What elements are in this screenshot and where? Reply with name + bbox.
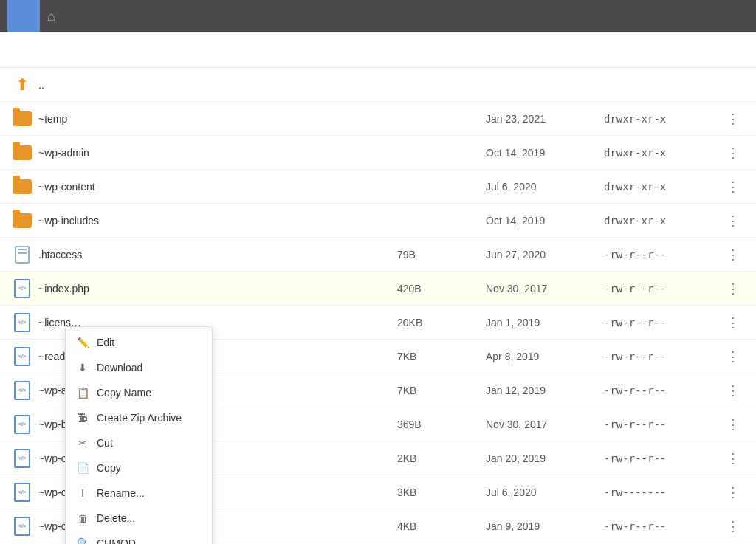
file-permissions: drwxr-xr-x	[604, 215, 722, 227]
table-row[interactable]: ⬆ ..	[0, 68, 756, 102]
file-size: 79B	[397, 249, 486, 261]
context-menu-item-rename[interactable]: I Rename...	[66, 481, 212, 506]
file-menu-button[interactable]: ⋮	[722, 247, 744, 263]
file-permissions: -rw-r--r--	[604, 351, 722, 362]
chmod-icon: 🔍	[76, 537, 89, 544]
file-changed: Nov 30, 2017	[486, 283, 604, 295]
php-file-icon: </>	[12, 380, 32, 401]
file-menu-button[interactable]: ⋮	[722, 518, 744, 534]
file-menu-button[interactable]: ⋮	[722, 348, 744, 365]
file-permissions: -rw-r--r--	[604, 452, 722, 464]
file-permissions: -rw-r--r--	[604, 283, 722, 295]
create-zip-icon: 🗜	[76, 411, 89, 424]
file-menu-button[interactable]: ⋮	[722, 416, 744, 433]
table-header	[0, 32, 756, 68]
file-name: ..	[38, 79, 397, 91]
file-permissions: drwxr-xr-x	[604, 181, 722, 193]
file-size: 2KB	[397, 452, 486, 464]
file-name: ~wp-content	[38, 181, 397, 193]
file-size: 7KB	[397, 351, 486, 362]
php-file-icon: </>	[12, 516, 32, 537]
file-size: 7KB	[397, 385, 486, 396]
file-menu-button[interactable]: ⋮	[722, 280, 744, 297]
file-menu-button[interactable]: ⋮	[722, 450, 744, 466]
file-size: 3KB	[397, 486, 486, 498]
php-file-icon: </>	[12, 312, 32, 333]
file-size: 369B	[397, 419, 486, 430]
file-menu-button[interactable]: ⋮	[722, 382, 744, 399]
file-menu-button[interactable]: ⋮	[722, 213, 744, 229]
column-name[interactable]	[12, 44, 397, 56]
file-size: 4KB	[397, 520, 486, 532]
table-row[interactable]: ~temp Jan 23, 2021 drwxr-xr-x ⋮	[0, 102, 756, 136]
folder-icon	[12, 176, 32, 197]
edit-label: Edit	[97, 337, 114, 348]
edit-icon: ✏️	[76, 336, 89, 349]
file-name: .htaccess	[38, 249, 397, 261]
file-permissions: -rw-r--r--	[604, 385, 722, 396]
file-menu-button[interactable]: ⋮	[722, 111, 744, 127]
file-menu-button[interactable]: ⋮	[722, 484, 744, 500]
file-permissions: -rw-------	[604, 486, 722, 498]
context-menu-item-copy-name[interactable]: 📋 Copy Name	[66, 380, 212, 405]
php-file-icon: </>	[12, 346, 32, 367]
file-changed: Jan 23, 2021	[486, 113, 604, 125]
table-row[interactable]: </> ~index.php 420B Nov 30, 2017 -rw-r--…	[0, 272, 756, 306]
app-logo[interactable]	[7, 0, 40, 32]
context-menu-item-delete[interactable]: 🗑 Delete...	[66, 506, 212, 531]
table-row[interactable]: .htaccess 79B Jun 27, 2020 -rw-r--r-- ⋮	[0, 238, 756, 272]
file-name: ~wp-includes	[38, 215, 397, 227]
table-row[interactable]: ~wp-admin Oct 14, 2019 drwxr-xr-x ⋮	[0, 136, 756, 170]
php-file-icon: </>	[12, 482, 32, 503]
file-permissions: -rw-r--r--	[604, 317, 722, 328]
file-permissions: drwxr-xr-x	[604, 113, 722, 125]
cut-icon: ✂	[76, 436, 89, 450]
file-changed: Jul 6, 2020	[486, 181, 604, 193]
file-name: ~temp	[38, 113, 397, 125]
file-icon	[12, 244, 32, 265]
context-menu: ✏️ Edit ⬇ Download 📋 Copy Name 🗜 Create …	[65, 326, 213, 544]
context-menu-item-copy[interactable]: 📄 Copy	[66, 455, 212, 481]
file-permissions: -rw-r--r--	[604, 419, 722, 430]
copy-label: Copy	[97, 462, 121, 474]
table-row[interactable]: ~wp-content Jul 6, 2020 drwxr-xr-x ⋮	[0, 170, 756, 204]
file-changed: Jan 9, 2019	[486, 520, 604, 532]
rename-label: Rename...	[97, 487, 145, 499]
context-menu-item-create-zip[interactable]: 🗜 Create Zip Archive	[66, 405, 212, 430]
folder-icon	[12, 109, 32, 129]
up-icon: ⬆	[12, 75, 32, 95]
file-permissions: -rw-r--r--	[604, 520, 722, 532]
chmod-label: CHMOD	[97, 537, 136, 544]
file-changed: Jun 27, 2020	[486, 249, 604, 261]
copy-name-label: Copy Name	[97, 387, 151, 399]
php-file-icon: </>	[12, 278, 32, 299]
file-changed: Jan 1, 2019	[486, 317, 604, 328]
copy-name-icon: 📋	[76, 386, 89, 399]
top-bar: ⌂	[0, 0, 756, 32]
file-changed: Jan 20, 2019	[486, 452, 604, 464]
folder-icon	[12, 210, 32, 231]
folder-icon	[12, 142, 32, 163]
file-permissions: drwxr-xr-x	[604, 147, 722, 159]
breadcrumb: ⌂	[47, 9, 67, 24]
file-changed: Jul 6, 2020	[486, 486, 604, 498]
context-menu-item-edit[interactable]: ✏️ Edit	[66, 330, 212, 355]
context-menu-item-cut[interactable]: ✂ Cut	[66, 430, 212, 455]
file-changed: Oct 14, 2019	[486, 147, 604, 159]
file-menu-button[interactable]: ⋮	[722, 145, 744, 161]
file-size: 420B	[397, 283, 486, 295]
php-file-icon: </>	[12, 414, 32, 435]
table-row[interactable]: ~wp-includes Oct 14, 2019 drwxr-xr-x ⋮	[0, 204, 756, 238]
create-zip-label: Create Zip Archive	[97, 412, 182, 424]
cut-label: Cut	[97, 437, 113, 449]
home-icon[interactable]: ⌂	[47, 9, 55, 24]
rename-icon: I	[76, 486, 89, 500]
context-menu-item-download[interactable]: ⬇ Download	[66, 355, 212, 380]
delete-icon: 🗑	[76, 512, 89, 525]
context-menu-item-chmod[interactable]: 🔍 CHMOD	[66, 531, 212, 544]
file-manager: ⬆ .. ~temp Jan 23, 2021 drwxr-xr-x ⋮ ~wp…	[0, 32, 756, 544]
file-size: 20KB	[397, 317, 486, 328]
file-menu-button[interactable]: ⋮	[722, 314, 744, 331]
download-label: Download	[97, 362, 142, 373]
file-menu-button[interactable]: ⋮	[722, 179, 744, 195]
